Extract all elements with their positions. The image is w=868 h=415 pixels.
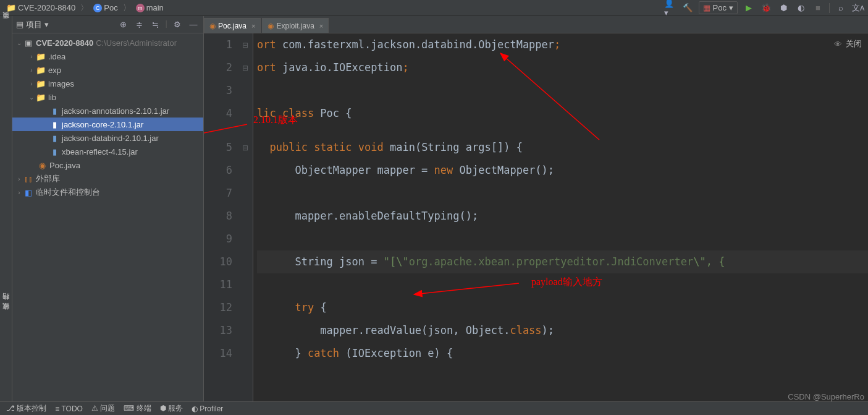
project-tree[interactable]: ⌄ ▣ CVE-2020-8840 C:\Users\Administrator… xyxy=(12,33,203,401)
breadcrumb-label: CVE-2020-8840 xyxy=(18,3,75,12)
folder-icon: 📁 xyxy=(36,65,46,75)
stop-icon[interactable]: ■ xyxy=(812,2,824,14)
folder-icon: 📁 xyxy=(36,79,46,88)
stop-badge-icon: ▦ xyxy=(703,3,710,12)
tree-label: jackson-databind-2.10.1.jar xyxy=(62,134,159,143)
watermark: CSDN @SuperherRo xyxy=(788,392,864,401)
tree-root[interactable]: ⌄ ▣ CVE-2020-8840 C:\Users\Administrator xyxy=(12,36,203,49)
chevron-right-icon: › xyxy=(15,176,23,182)
line-number-gutter: 1234567891011121314 xyxy=(204,33,241,401)
tree-external-libs[interactable]: › ⫿⫿ 外部库 xyxy=(12,172,203,186)
tree-label: exp xyxy=(48,66,61,75)
editor-close-group: 👁 关闭 xyxy=(834,38,862,49)
bottom-tab-services[interactable]: ⬢ 服务 xyxy=(160,403,183,414)
jar-icon: ▮ xyxy=(49,147,59,156)
breadcrumb-item[interactable]: C Poc xyxy=(91,2,120,14)
target-icon[interactable]: ⊕ xyxy=(117,19,130,31)
tree-label: Poc.java xyxy=(49,161,80,170)
jar-icon: ▮ xyxy=(49,119,59,129)
editor-area: ◉ Poc.java × ◉ Exploit.java × 1234567891… xyxy=(204,16,868,401)
breadcrumb-item[interactable]: 📁 CVE-2020-8840 xyxy=(4,2,78,14)
translate-icon[interactable]: 文A xyxy=(852,2,864,14)
build-icon[interactable]: 🔨 xyxy=(681,2,694,14)
bottom-tab-terminal[interactable]: ⌨ 终端 xyxy=(124,403,151,414)
chevron-right-icon: › xyxy=(27,67,36,74)
editor-body[interactable]: 1234567891011121314 ⊟⊟⊟ ort com.fasterxm… xyxy=(204,33,868,401)
tool-tab-favorites[interactable]: 收藏 xyxy=(0,310,12,320)
chevron-down-icon: ⌄ xyxy=(27,94,36,101)
main-area: 项目 结构 收藏 ▤ 项目 ▾ ⊕ ≑ ≒ | ⚙ — ⌄ ▣ CVE- xyxy=(0,16,868,401)
chevron-down-icon: ⌄ xyxy=(15,40,23,46)
project-view-selector[interactable]: ▤ 项目 ▾ xyxy=(16,19,114,30)
chevron-right-icon: 〉 xyxy=(80,2,88,14)
tree-folder[interactable]: ⌄ 📁 lib xyxy=(12,90,203,104)
debug-icon[interactable]: 🐞 xyxy=(760,2,772,14)
project-panel-header: ▤ 项目 ▾ ⊕ ≑ ≒ | ⚙ — xyxy=(12,16,203,33)
editor-tabs: ◉ Poc.java × ◉ Exploit.java × xyxy=(204,16,868,33)
search-everywhere-icon[interactable]: ⌕ xyxy=(835,2,847,14)
bottom-tab-todo[interactable]: ≡ TODO xyxy=(55,404,83,413)
tree-folder[interactable]: › 📁 .idea xyxy=(12,49,203,63)
bottom-tab-label: 服务 xyxy=(168,404,183,413)
tool-tab-project[interactable]: 项目 xyxy=(0,19,12,28)
bottom-tab-vcs[interactable]: ⎇ 版本控制 xyxy=(6,403,46,414)
breadcrumb-item[interactable]: m main xyxy=(133,2,166,14)
bottom-tab-profiler[interactable]: ◐ Profiler xyxy=(192,404,223,413)
tree-path-hint: C:\Users\Administrator xyxy=(96,38,177,48)
close-icon[interactable]: × xyxy=(319,22,323,30)
bottom-tab-label: TODO xyxy=(61,404,82,413)
folder-icon: 📁 xyxy=(36,51,46,61)
editor-tab-label: Poc.java xyxy=(218,22,246,30)
close-icon[interactable]: × xyxy=(251,22,255,30)
run-icon[interactable]: ▶ xyxy=(743,2,755,14)
run-config-selector[interactable]: ▦ Poc ▾ xyxy=(699,1,738,14)
bottom-tab-label: 终端 xyxy=(137,404,151,413)
tree-file[interactable]: ◉ Poc.java xyxy=(12,158,203,172)
chevron-right-icon: › xyxy=(27,53,36,60)
divider: | xyxy=(166,19,167,31)
code-area[interactable]: ort com.fasterxml.jackson.databind.Objec… xyxy=(253,33,868,401)
tree-file-selected[interactable]: ▮ jackson-core-2.10.1.jar xyxy=(12,118,203,131)
tree-label: lib xyxy=(48,93,56,102)
eye-off-icon[interactable]: 👁 xyxy=(834,40,842,49)
tree-file[interactable]: ▮ xbean-reflect-4.15.jar xyxy=(12,145,203,158)
coverage-icon[interactable]: ⬢ xyxy=(777,2,790,14)
breadcrumbs: 📁 CVE-2020-8840 〉 C Poc 〉 m main xyxy=(4,2,166,14)
tree-file[interactable]: ▮ jackson-databind-2.10.1.jar xyxy=(12,131,203,145)
editor-tab[interactable]: ◉ Exploit.java × xyxy=(262,18,329,33)
jar-icon: ▮ xyxy=(49,106,59,116)
project-panel-title: 项目 xyxy=(26,19,42,30)
tree-label: .idea xyxy=(48,52,65,61)
java-class-icon: ◉ xyxy=(209,22,216,30)
bottom-tab-problems[interactable]: ⚠ 问题 xyxy=(91,403,115,414)
tree-label: 外部库 xyxy=(36,173,60,184)
breadcrumb-label: Poc xyxy=(104,3,117,12)
gear-icon[interactable]: ⚙ xyxy=(171,19,183,31)
tree-file[interactable]: ▮ jackson-annotations-2.10.1.jar xyxy=(12,104,203,118)
bottom-tab-label: 问题 xyxy=(100,404,115,413)
user-icon[interactable]: 👤▾ xyxy=(664,2,676,14)
run-config-label: Poc xyxy=(713,3,727,12)
jar-icon: ▮ xyxy=(49,133,59,143)
collapse-all-icon[interactable]: ≒ xyxy=(150,19,162,31)
profile-icon[interactable]: ◐ xyxy=(794,2,807,14)
folder-icon: 📁 xyxy=(6,3,16,12)
module-icon: ▣ xyxy=(23,38,33,48)
project-icon: ▤ xyxy=(16,20,23,29)
tree-label: jackson-annotations-2.10.1.jar xyxy=(62,106,169,116)
tree-scratches[interactable]: › ◧ 临时文件和控制台 xyxy=(12,186,203,199)
tree-label: xbean-reflect-4.15.jar xyxy=(62,147,138,156)
tree-folder[interactable]: › 📁 exp xyxy=(12,63,203,77)
minimize-icon[interactable]: — xyxy=(187,19,200,31)
editor-tab[interactable]: ◉ Poc.java × xyxy=(204,18,261,33)
tool-tab-structure[interactable]: 结构 xyxy=(0,301,12,310)
chevron-down-icon: ▾ xyxy=(44,20,49,29)
expand-all-icon[interactable]: ≑ xyxy=(133,19,146,31)
bottom-tab-label: Profiler xyxy=(200,404,223,413)
library-icon: ⫿⫿ xyxy=(23,174,33,184)
close-all-label[interactable]: 关闭 xyxy=(846,38,862,49)
tree-folder[interactable]: › 📁 images xyxy=(12,77,203,90)
java-class-icon: ◉ xyxy=(37,160,47,170)
folder-icon: 📁 xyxy=(36,92,46,102)
tree-label: 临时文件和控制台 xyxy=(36,187,100,198)
